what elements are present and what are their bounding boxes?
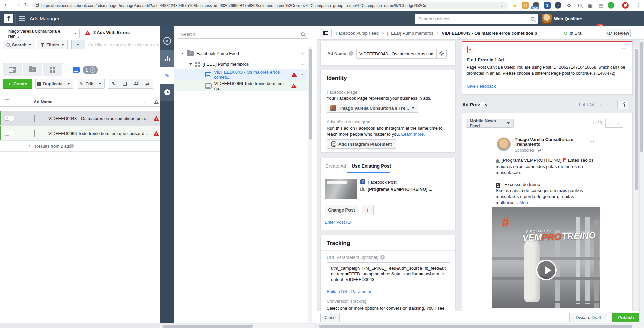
tree-hscrollbar[interactable] bbox=[160, 324, 314, 328]
publish-button[interactable]: Publish bbox=[612, 313, 640, 322]
clear-selection-icon[interactable]: × bbox=[90, 67, 95, 73]
extension-moon-icon[interactable]: ◗ bbox=[555, 2, 561, 9]
ad-name-cell[interactable]: VIDFEED0043 - Os maiores erros cometidos… bbox=[48, 116, 148, 121]
nav-charts-button[interactable] bbox=[160, 50, 174, 67]
page-name[interactable]: Thiago Varella Consultoria e Treinamento bbox=[515, 137, 578, 147]
filters-button[interactable]: Filters bbox=[37, 40, 68, 49]
expand-caret-icon[interactable]: ▸ bbox=[29, 144, 31, 147]
duplicate-caret-button[interactable] bbox=[64, 79, 73, 89]
learn-more-link[interactable]: Learn more. bbox=[401, 132, 425, 137]
errors-column-icon[interactable] bbox=[154, 100, 159, 104]
tab-create-ad[interactable]: Create Ad bbox=[325, 163, 346, 169]
account-selector[interactable]: Thiago Varella Consultoria e Trein... bbox=[3, 29, 80, 38]
extension-chip-icon[interactable]: ▣ bbox=[587, 2, 594, 9]
browser-forward-icon[interactable]: → bbox=[15, 2, 19, 8]
add-instagram-button[interactable]: Add Instagram Placement bbox=[327, 139, 396, 149]
page-profile-avatar[interactable] bbox=[497, 137, 511, 151]
scrollbar-thumb[interactable] bbox=[309, 49, 312, 140]
bookmarks-star-icon[interactable]: ★ bbox=[513, 3, 517, 9]
tab-use-existing-post[interactable]: Use Existing Post bbox=[352, 163, 391, 169]
user-name[interactable]: Web Qualitat bbox=[554, 16, 581, 21]
adblock-hand-icon[interactable] bbox=[622, 2, 629, 9]
ad-name-input[interactable] bbox=[357, 49, 436, 58]
open-preview-button[interactable] bbox=[617, 101, 628, 109]
editor-hscrollbar[interactable] bbox=[317, 324, 644, 328]
sort-caret-icon[interactable]: ⌄ bbox=[143, 99, 147, 104]
delete-trash-icon[interactable] bbox=[119, 79, 130, 88]
ab-test-swap-icon[interactable]: ⇄ bbox=[142, 79, 153, 88]
extension-green-dot-icon[interactable] bbox=[608, 2, 614, 9]
tree-item-campaign[interactable]: ✓ Facebook Pump Feed ⋯ bbox=[174, 48, 308, 59]
post-menu-icon[interactable]: ⋯ bbox=[589, 138, 595, 144]
table-row[interactable]: ✓ VIDFEED0043 - Os maiores erros cometid… bbox=[0, 111, 160, 126]
tab-ad-sets[interactable] bbox=[43, 63, 62, 76]
change-post-button[interactable]: Change Post bbox=[325, 205, 358, 215]
enter-post-id-link[interactable]: Enter Post ID bbox=[325, 220, 351, 225]
add-filter-button[interactable]: + bbox=[71, 40, 85, 49]
page-scrollbar[interactable] bbox=[639, 40, 644, 323]
add-post-button[interactable]: + bbox=[362, 205, 374, 215]
error-warning-icon[interactable] bbox=[154, 131, 159, 136]
more-options-icon[interactable]: ⋯ bbox=[300, 72, 305, 77]
more-options-icon[interactable]: ⋯ bbox=[300, 83, 305, 88]
business-search[interactable] bbox=[415, 14, 538, 24]
url-parameters-value[interactable]: utm_campaign=RM_LP001_Feed&utm_source=fb… bbox=[327, 262, 450, 284]
search-button[interactable]: Search bbox=[3, 40, 35, 49]
placement-selector[interactable]: Mobile News Feed bbox=[466, 119, 514, 128]
more-options-icon[interactable]: ⋯ bbox=[621, 45, 627, 52]
url-text[interactable]: https://business.facebook.com/adsmanager… bbox=[41, 3, 491, 8]
play-button[interactable] bbox=[536, 260, 557, 280]
tree-item-ad-selected[interactable]: VIDFEED0043 - Os maiores erros cometi...… bbox=[174, 69, 308, 80]
prev-format-button[interactable]: ‹ bbox=[605, 119, 614, 128]
browser-refresh-icon[interactable]: ↻ bbox=[24, 2, 29, 8]
edit-button[interactable]: ✎Edit bbox=[78, 79, 95, 89]
tree-item-ad[interactable]: VIDFEED0066 Todo treino bom tem qu... ⋯ bbox=[174, 80, 308, 91]
audience-people-icon[interactable] bbox=[130, 79, 142, 88]
collapse-panel-button[interactable]: » bbox=[160, 32, 174, 49]
create-button[interactable]: +Create bbox=[3, 79, 32, 89]
nav-edit-button[interactable]: ✎ bbox=[160, 67, 174, 84]
ad-video-preview[interactable]: #PROGRAMAVEMPROTREINO THIAGO VARELLA bbox=[492, 207, 600, 308]
ads-with-errors[interactable]: 2 Ads With Errors bbox=[85, 30, 130, 35]
user-avatar[interactable] bbox=[542, 14, 552, 24]
tree-search-input[interactable] bbox=[181, 32, 301, 37]
nav-history-button[interactable] bbox=[160, 84, 174, 101]
history-refresh-icon[interactable]: ↻ bbox=[108, 79, 119, 88]
tab-campaigns[interactable]: ✓ bbox=[23, 63, 42, 76]
ads-count-pill[interactable]: 1× bbox=[83, 66, 97, 74]
preview-scrollbar[interactable] bbox=[634, 48, 638, 311]
toggle-sidebar-button[interactable] bbox=[320, 29, 332, 37]
ad-name-cell[interactable]: VIDFEED0066 Todo treino bom tem que caus… bbox=[48, 131, 148, 136]
scrollbar-thumb[interactable] bbox=[162, 325, 253, 328]
business-search-input[interactable] bbox=[418, 16, 531, 21]
name-template-gear-icon[interactable] bbox=[436, 49, 446, 58]
table-row[interactable]: VIDFEED0066 Todo treino bom tem que caus… bbox=[0, 126, 160, 141]
discard-draft-button[interactable]: Discard Draft bbox=[569, 313, 607, 322]
edit-caret-button[interactable] bbox=[95, 79, 105, 89]
collapse-caret-icon[interactable] bbox=[181, 53, 184, 54]
browser-back-icon[interactable]: ← bbox=[5, 2, 9, 8]
build-url-parameter-link[interactable]: Build a URL Parameter bbox=[327, 289, 371, 294]
bookmark-star-icon[interactable]: ☆ bbox=[500, 3, 504, 8]
give-feedback-link[interactable]: Give Feedback bbox=[467, 84, 496, 89]
extension-s-icon[interactable]: S bbox=[544, 2, 551, 9]
scrollbar-thumb[interactable] bbox=[635, 49, 638, 190]
scrollbar-thumb[interactable] bbox=[319, 325, 632, 328]
select-all-checkbox[interactable] bbox=[5, 99, 9, 104]
tab-ads[interactable]: 1× bbox=[63, 63, 107, 77]
tree-search[interactable] bbox=[178, 30, 308, 39]
error-warning-icon[interactable] bbox=[154, 116, 159, 121]
next-format-button[interactable]: › bbox=[614, 119, 623, 128]
post-thumbnail[interactable] bbox=[325, 179, 357, 199]
hamburger-menu-icon[interactable] bbox=[19, 16, 25, 21]
user-menu-caret-icon[interactable] bbox=[580, 18, 582, 20]
review-button[interactable]: Review bbox=[606, 29, 631, 37]
tab-account-overview[interactable] bbox=[3, 63, 22, 76]
close-button[interactable]: Close bbox=[320, 313, 340, 322]
extension-recycle-icon[interactable]: ♻ bbox=[566, 2, 572, 9]
more-options-icon[interactable]: ⋯ bbox=[300, 51, 305, 56]
tree-scrollbar[interactable] bbox=[308, 47, 312, 323]
page-selector[interactable]: Thiago Varella Consultoria e Tre... bbox=[327, 104, 418, 113]
info-icon[interactable]: i bbox=[380, 255, 385, 260]
info-icon[interactable]: i bbox=[349, 51, 353, 56]
